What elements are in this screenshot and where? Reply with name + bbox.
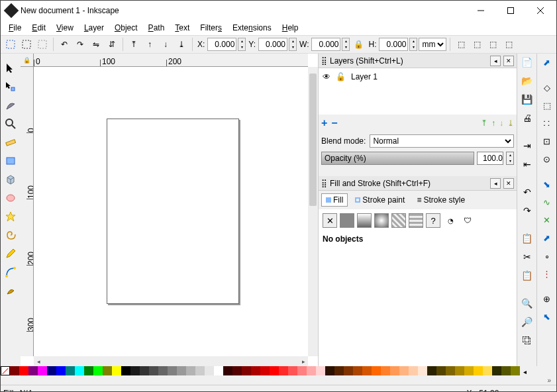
affect-corners-button[interactable]: ⬚ bbox=[485, 37, 500, 52]
x-input[interactable] bbox=[207, 38, 236, 51]
snap-bbox-center-button[interactable]: ⊙ bbox=[540, 152, 554, 166]
y-spinner[interactable]: ▴▾ bbox=[289, 38, 297, 51]
palette-swatch[interactable] bbox=[260, 366, 270, 375]
palette-swatch[interactable] bbox=[362, 366, 372, 375]
palette-swatch[interactable] bbox=[75, 366, 84, 375]
layers-grip-icon[interactable]: ⣿ bbox=[321, 56, 327, 66]
palette-swatch[interactable] bbox=[353, 366, 362, 375]
paint-radial-button[interactable] bbox=[374, 213, 389, 228]
palette-none[interactable] bbox=[1, 366, 10, 375]
palette-swatch[interactable] bbox=[121, 366, 130, 375]
save-button[interactable]: 💾 bbox=[520, 92, 534, 107]
palette-swatch[interactable] bbox=[56, 366, 66, 375]
undo-button[interactable]: ↶ bbox=[520, 185, 534, 199]
menu-extensions[interactable]: Extensions bbox=[228, 22, 276, 34]
palette-swatch[interactable] bbox=[214, 366, 223, 375]
ellipse-tool[interactable] bbox=[3, 190, 19, 206]
layer-bottom-button[interactable]: ⤓ bbox=[507, 119, 514, 128]
layer-top-button[interactable]: ⤒ bbox=[481, 119, 487, 128]
snap-midpoint-button[interactable]: ⋮ bbox=[540, 266, 554, 281]
menu-text[interactable]: Text bbox=[171, 22, 193, 34]
layer-up-button[interactable]: ↑ bbox=[491, 119, 495, 128]
ruler-vertical[interactable]: 0100200300 bbox=[21, 67, 34, 356]
snap-center-button[interactable]: ⊕ bbox=[540, 291, 554, 306]
palette-swatch[interactable] bbox=[334, 366, 344, 375]
palette-swatch[interactable] bbox=[93, 366, 103, 375]
layer-down-button[interactable]: ↓ bbox=[499, 119, 503, 128]
palette-swatch[interactable] bbox=[297, 366, 307, 375]
palette-swatch[interactable] bbox=[344, 366, 353, 375]
print-button[interactable]: 🖨 bbox=[520, 111, 534, 125]
layers-close-button[interactable]: ✕ bbox=[503, 56, 514, 66]
palette-swatch[interactable] bbox=[399, 366, 409, 375]
canvas[interactable] bbox=[34, 67, 308, 356]
snap-bbox-button[interactable]: ◇ bbox=[540, 80, 554, 95]
palette-swatch[interactable] bbox=[66, 366, 75, 375]
add-layer-button[interactable]: + bbox=[321, 117, 327, 129]
blend-select[interactable]: Normal bbox=[370, 134, 514, 148]
menu-path[interactable]: Path bbox=[144, 22, 169, 34]
snap-cusp-button[interactable]: ⬈ bbox=[540, 230, 554, 245]
palette-swatch[interactable] bbox=[168, 366, 177, 375]
layers-minimize-button[interactable]: ◂ bbox=[490, 56, 501, 66]
visibility-icon[interactable]: 👁 bbox=[323, 72, 330, 81]
star-tool[interactable] bbox=[3, 209, 19, 224]
tab-stroke-style[interactable]: ≡Stroke style bbox=[412, 193, 470, 207]
layer-row[interactable]: 👁 🔓 Layer 1 bbox=[321, 71, 514, 83]
rotate-cw-button[interactable]: ↷ bbox=[73, 37, 87, 52]
palette-swatch[interactable] bbox=[149, 366, 158, 375]
palette-swatch[interactable] bbox=[390, 366, 399, 375]
snap-enable-button[interactable]: ⬈ bbox=[540, 55, 554, 70]
palette-swatch[interactable] bbox=[251, 366, 260, 375]
cut-button[interactable]: ✂ bbox=[520, 250, 534, 264]
fillstroke-close-button[interactable]: ✕ bbox=[503, 178, 514, 189]
paint-none-button[interactable]: ✕ bbox=[323, 213, 337, 228]
flip-h-button[interactable]: ⇋ bbox=[89, 37, 103, 52]
palette-swatch[interactable] bbox=[232, 366, 242, 375]
snap-bbox-edge-button[interactable]: ⬚ bbox=[540, 98, 554, 113]
raise-top-button[interactable]: ⤒ bbox=[127, 37, 141, 52]
opacity-slider[interactable]: Opacity (%) bbox=[321, 152, 474, 165]
tab-fill[interactable]: Fill bbox=[321, 193, 348, 207]
palette-swatch[interactable] bbox=[307, 366, 316, 375]
measure-tool[interactable] bbox=[3, 134, 19, 150]
export-button[interactable]: ⇤ bbox=[520, 157, 534, 172]
menu-file[interactable]: File bbox=[5, 22, 25, 34]
palette-swatch[interactable] bbox=[242, 366, 251, 375]
palette-swatch[interactable] bbox=[223, 366, 232, 375]
palette-swatch[interactable] bbox=[501, 366, 511, 375]
minimize-button[interactable] bbox=[466, 1, 495, 20]
new-button[interactable]: 📄 bbox=[520, 55, 534, 70]
spiral-tool[interactable] bbox=[3, 227, 19, 243]
snap-node-button[interactable]: ⬊ bbox=[540, 177, 554, 191]
snap-path-button[interactable]: ∿ bbox=[540, 195, 554, 209]
rectangle-tool[interactable] bbox=[3, 153, 19, 169]
w-input[interactable] bbox=[311, 38, 340, 51]
snap-bbox-corner-button[interactable]: ⸬ bbox=[540, 116, 554, 130]
ruler-horizontal[interactable]: 0100200 bbox=[34, 54, 308, 67]
opacity-spinner[interactable]: ▴▾ bbox=[506, 152, 514, 165]
menu-view[interactable]: View bbox=[52, 22, 77, 34]
menu-layer[interactable]: Layer bbox=[80, 22, 108, 34]
menu-filters[interactable]: Filters bbox=[196, 22, 226, 34]
scrollbar-vertical[interactable] bbox=[308, 67, 318, 356]
opacity-input[interactable] bbox=[477, 152, 503, 165]
fillstroke-grip-icon[interactable]: ⣿ bbox=[321, 179, 327, 188]
palette-swatch[interactable] bbox=[130, 366, 140, 375]
palette-swatch[interactable] bbox=[436, 366, 446, 375]
flip-v-button[interactable]: ⇵ bbox=[105, 37, 119, 52]
palette-swatch[interactable] bbox=[112, 366, 121, 375]
pencil-tool[interactable] bbox=[3, 246, 19, 262]
palette-swatch[interactable] bbox=[10, 366, 19, 375]
import-button[interactable]: ⇥ bbox=[520, 138, 534, 153]
affect-gradient-button[interactable]: ⬚ bbox=[501, 37, 516, 52]
snap-rotation-button[interactable]: ⬉ bbox=[540, 309, 554, 324]
palette-swatch[interactable] bbox=[47, 366, 56, 375]
palette-swatch[interactable] bbox=[270, 366, 279, 375]
palette-swatch[interactable] bbox=[427, 366, 436, 375]
w-spinner[interactable]: ▴▾ bbox=[342, 38, 350, 51]
x-spinner[interactable]: ▴▾ bbox=[238, 38, 246, 51]
snap-bbox-midpoint-button[interactable]: ⊡ bbox=[540, 134, 554, 148]
palette-swatch[interactable] bbox=[84, 366, 93, 375]
select-all-layers-button[interactable] bbox=[19, 37, 34, 52]
